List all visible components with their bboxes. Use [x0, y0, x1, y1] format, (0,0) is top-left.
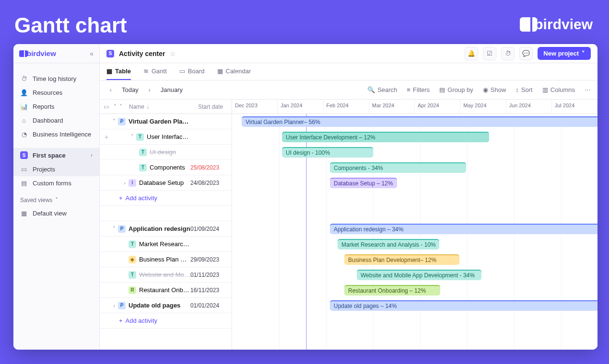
select-all-icon[interactable]: ▭	[104, 103, 109, 110]
add-icon[interactable]: +	[103, 133, 110, 141]
row-date: 29/09/2023	[190, 256, 229, 263]
row-name: Website and Mobile App Development	[139, 271, 190, 278]
groupby-button[interactable]: ▤Group by	[439, 86, 473, 93]
tree-row[interactable]: ˅PVirtual Garden Planner	[100, 114, 232, 129]
space-badge-icon: S	[106, 50, 114, 57]
sidebar-item-resources[interactable]: 👤Resources	[13, 86, 99, 100]
gantt-bar[interactable]: User Interface Development – 12%	[282, 132, 489, 142]
month-label[interactable]: January	[161, 86, 183, 93]
sort-icon: ↕	[515, 86, 519, 93]
tree-row[interactable]: ˅PApplication redesign01/09/2024	[100, 221, 232, 237]
person-icon: 👤	[20, 89, 28, 96]
bell-icon[interactable]: 🔔	[465, 47, 478, 60]
gantt-bar[interactable]: UI design - 100%	[282, 147, 373, 158]
saved-views-toggle[interactable]: Saved views˅	[13, 190, 99, 206]
show-button[interactable]: ◉Show	[483, 86, 506, 93]
chevron-icon[interactable]: ˅	[110, 118, 118, 125]
sidebar-item-dashboard[interactable]: ⌂Dashboard	[13, 114, 99, 127]
bookmark-icon[interactable]: ☆	[170, 50, 176, 57]
tab-table[interactable]: ▦Table	[106, 63, 131, 80]
tab-gantt[interactable]: ≋Gantt	[143, 63, 167, 80]
chevron-icon[interactable]: ˅	[110, 226, 118, 232]
filters-button[interactable]: ≡Filters	[407, 86, 430, 93]
tree-row[interactable]: ◆Business Plan Development29/09/2023	[100, 252, 232, 267]
chevron-icon[interactable]: ›	[121, 180, 129, 186]
expand-up-icon[interactable]: ˄	[114, 103, 117, 110]
chevron-down-icon: ˅	[582, 50, 585, 57]
today-button[interactable]: Today	[122, 86, 139, 93]
timeline[interactable]: Dec 2023Jan 2024Feb 2024Mar 2024Apr 2024…	[232, 100, 597, 350]
chevron-icon[interactable]: ›	[110, 303, 118, 308]
tab-board[interactable]: ▭Board	[179, 63, 205, 80]
gantt-bar[interactable]: Restaurant Onboarding – 12%	[344, 285, 440, 296]
sort-button[interactable]: ↕Sort	[515, 86, 532, 93]
row-name: Components	[150, 164, 190, 171]
new-project-button[interactable]: New project˅	[538, 47, 591, 60]
gauge-icon: ⌂	[20, 117, 28, 124]
type-badge-icon: T	[136, 133, 144, 141]
sidebar-item-first-space[interactable]: S First space ›	[13, 148, 99, 162]
row-date: 01/11/2023	[190, 272, 229, 278]
sidebar-item-custom-forms[interactable]: ▤Custom forms	[13, 176, 99, 190]
row-date: 16/11/2023	[190, 287, 229, 294]
col-name[interactable]: Name↓	[129, 103, 149, 110]
sidebar-item-reports[interactable]: 📊Reports	[13, 100, 99, 114]
sidebar-item-label: Default view	[33, 210, 67, 217]
more-icon[interactable]: ⋯	[585, 86, 591, 93]
tab-calendar[interactable]: ▦Calendar	[217, 63, 251, 80]
tree-row[interactable]: TComponents25/08/2023	[100, 160, 232, 175]
sidebar-collapse-icon[interactable]: «	[90, 50, 94, 57]
gantt-bar[interactable]: Database Setup – 12%	[330, 178, 397, 188]
sidebar-item-default-view[interactable]: ▦Default view	[13, 206, 99, 220]
timer-icon[interactable]: ⏱	[501, 47, 515, 60]
plus-icon: +	[119, 194, 123, 202]
tree-row[interactable]: ›PUpdate old pages01/01/2024	[100, 298, 232, 313]
add-activity-button[interactable]: +Add activity	[100, 191, 232, 206]
next-icon[interactable]: ›	[145, 86, 154, 93]
gantt-bar[interactable]: Application redesign – 34%	[330, 224, 597, 234]
chart-icon: 📊	[20, 103, 28, 110]
tree-row[interactable]: RRestaurant Onboarding16/11/2023	[100, 283, 232, 298]
row-name: Database Setup	[139, 179, 190, 186]
gantt-bar[interactable]: Website and Mobile App Development - 34%	[357, 270, 481, 280]
sidebar-item-projects[interactable]: ▭Projects	[13, 162, 99, 176]
prev-icon[interactable]: ‹	[106, 86, 115, 93]
sidebar-nav: ⏱Time log history 👤Resources 📊Reports ⌂D…	[13, 63, 99, 144]
gantt-bar[interactable]: Business Plan Development– 12%	[344, 254, 459, 265]
month-header: Feb 2024	[324, 100, 369, 114]
gantt-bar[interactable]: Market Research and Analysis - 10%	[338, 239, 439, 250]
brand-logo-top: birdview	[520, 16, 593, 33]
add-activity-label: Add activity	[126, 317, 157, 324]
row-name: Market Research and Analysis	[139, 240, 190, 248]
expand-down-icon[interactable]: ˅	[119, 103, 122, 110]
tree-row[interactable]: TMarket Research and Analysis	[100, 237, 232, 252]
month-header: Jul 2024	[552, 100, 597, 114]
sidebar-item-bi[interactable]: ◔Business Intelligence	[13, 127, 99, 141]
columns-button[interactable]: ▥Columns	[542, 86, 575, 93]
tool-label: Group by	[447, 86, 473, 93]
gantt-bar[interactable]: Components - 34%	[330, 162, 466, 173]
tree-row[interactable]: TUI design	[100, 145, 232, 160]
add-activity-button[interactable]: +Add activity	[100, 313, 232, 329]
sidebar-item-label: Time log history	[33, 75, 76, 82]
gantt-bar[interactable]: Update old pages – 14%	[330, 300, 597, 311]
chevron-icon[interactable]: ˅	[129, 134, 136, 140]
tree-row[interactable]: +˅TUser Interface Development	[100, 129, 232, 145]
tree-row[interactable]: ›IDatabase Setup24/08/2023	[100, 175, 232, 191]
tool-label: Sort	[521, 86, 533, 93]
search-button[interactable]: 🔍Search	[367, 86, 397, 93]
gantt-bar[interactable]: Virtual Garden Planner– 56%	[242, 116, 597, 127]
col-startdate[interactable]: Start date	[198, 103, 228, 110]
row-name: Virtual Garden Planner	[129, 118, 190, 125]
sidebar-item-label: Dashboard	[33, 117, 63, 124]
sidebar-item-label: First space	[33, 152, 66, 159]
plus-icon: +	[119, 317, 123, 324]
checklist-icon[interactable]: ☑	[483, 47, 496, 60]
type-badge-icon: T	[139, 164, 147, 171]
brand-name: birdview	[534, 16, 593, 33]
tree-row[interactable]: TWebsite and Mobile App Development01/11…	[100, 267, 232, 283]
chat-icon[interactable]: 💬	[519, 47, 533, 60]
filter-icon: ≡	[407, 86, 410, 93]
sidebar-item-timelog[interactable]: ⏱Time log history	[13, 72, 99, 86]
brand-small[interactable]: birdview	[19, 49, 56, 57]
